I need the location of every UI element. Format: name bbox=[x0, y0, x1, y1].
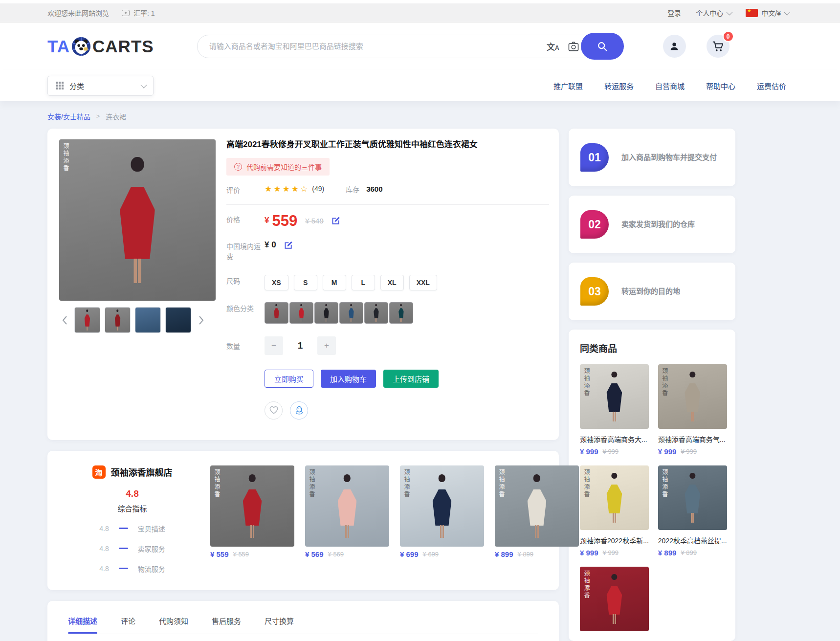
favorite-button[interactable] bbox=[265, 401, 283, 420]
similar-product-card[interactable]: 颈袖添香 bbox=[580, 567, 649, 631]
edit-icon bbox=[283, 240, 293, 250]
account-menu[interactable]: 个人中心 bbox=[696, 8, 731, 18]
metric-value: 4.8 bbox=[99, 545, 109, 553]
shop-product-card[interactable]: 颈袖添香 ¥ 899 ¥ 899 bbox=[495, 465, 579, 574]
edit-price-button[interactable] bbox=[331, 216, 341, 226]
similar-product-card[interactable]: 颈袖添香 颈袖添香2022秋季新... ¥ 999 ¥ 999 bbox=[580, 465, 649, 557]
color-swatch[interactable] bbox=[364, 302, 388, 324]
shop-name[interactable]: 颈袖添香旗舰店 bbox=[111, 465, 173, 478]
shop-product-card[interactable]: 颈袖添香 ¥ 559 ¥ 559 bbox=[210, 465, 294, 574]
nav-link-forwarding[interactable]: 转运服务 bbox=[604, 81, 634, 91]
nav-link-affiliate[interactable]: 推广联盟 bbox=[553, 81, 583, 91]
upload-to-shop-button[interactable]: 上传到店铺 bbox=[383, 370, 439, 388]
price-label: 价格 bbox=[226, 213, 265, 225]
category-dropdown[interactable]: 分类 bbox=[47, 76, 154, 96]
heart-icon bbox=[269, 406, 278, 414]
quantity-increase-button[interactable]: + bbox=[317, 336, 336, 355]
brand-watermark: 颈袖添香 bbox=[583, 368, 589, 397]
search-bar: 文A bbox=[197, 33, 624, 60]
tab-size-conversion[interactable]: 尺寸换算 bbox=[265, 616, 294, 634]
shop-metric-row: 4.8 宝贝描述 bbox=[60, 524, 204, 533]
how-it-works-step-2: 02 卖家发货到我们的仓库 bbox=[569, 196, 735, 253]
size-option-s[interactable]: S bbox=[294, 275, 317, 290]
metric-dash bbox=[119, 548, 128, 549]
color-swatch[interactable] bbox=[339, 302, 363, 324]
language-currency-selector[interactable]: 中文/¥ bbox=[746, 8, 789, 18]
user-account-button[interactable] bbox=[663, 35, 686, 58]
size-option-xl[interactable]: XL bbox=[380, 275, 404, 290]
nav-link-self-mall[interactable]: 自营商城 bbox=[655, 81, 685, 91]
step-text: 转运到你的目的地 bbox=[621, 286, 680, 297]
similar-product-image: 颈袖添香 bbox=[658, 465, 727, 530]
chevron-down-icon bbox=[727, 9, 733, 15]
gallery-next-button[interactable] bbox=[196, 312, 206, 329]
gallery-thumbnail[interactable] bbox=[105, 307, 131, 333]
purchase-notice-banner[interactable]: ? 代购前需要知道的三件事 bbox=[226, 158, 330, 176]
camera-search-icon[interactable] bbox=[568, 42, 579, 51]
cart-button[interactable]: 0 bbox=[707, 35, 729, 58]
buy-now-button[interactable]: 立即购买 bbox=[265, 370, 313, 388]
color-swatch[interactable] bbox=[314, 302, 338, 324]
similar-product-card[interactable]: 颈袖添香 颈袖添香高端商务气... ¥ 999 ¥ 999 bbox=[658, 364, 727, 456]
similar-product-price: ¥ 899 bbox=[658, 549, 677, 557]
main-header: TA CARTS 文A bbox=[0, 22, 840, 70]
stock-value: 3600 bbox=[366, 185, 382, 193]
size-option-xs[interactable]: XS bbox=[265, 275, 288, 290]
similar-product-card[interactable]: 颈袖添香 颈袖添香高端商务大... ¥ 999 ¥ 999 bbox=[580, 364, 649, 456]
similar-products-card: 同类商品 颈袖添香 颈袖添香高端商务大... ¥ 999 ¥ 999 颈袖添香 bbox=[569, 330, 735, 641]
similar-product-old-price: ¥ 999 bbox=[681, 448, 697, 455]
brand-watermark: 颈袖添香 bbox=[403, 469, 409, 498]
similar-products-title: 同类商品 bbox=[580, 341, 724, 354]
logo-text-left: TA bbox=[47, 37, 70, 56]
shop-product-card[interactable]: 颈袖添香 ¥ 699 ¥ 699 bbox=[400, 465, 484, 574]
step-number-badge: 01 bbox=[580, 143, 609, 172]
nav-link-shipping-estimate[interactable]: 运费估价 bbox=[757, 81, 786, 91]
similar-product-image: 颈袖添香 bbox=[658, 364, 727, 429]
price-value: 559 bbox=[272, 213, 297, 228]
similar-product-price: ¥ 999 bbox=[658, 447, 677, 456]
logo-text-right: CARTS bbox=[92, 37, 154, 56]
search-button[interactable] bbox=[581, 33, 624, 60]
color-swatch[interactable] bbox=[265, 302, 288, 324]
site-logo[interactable]: TA CARTS bbox=[47, 36, 154, 57]
nav-links: 推广联盟 转运服务 自营商城 帮助中心 运费估价 bbox=[553, 81, 786, 91]
gallery-thumbnail-fabric[interactable] bbox=[135, 307, 161, 333]
step-number-badge: 02 bbox=[580, 210, 609, 239]
brand-watermark: 颈袖添香 bbox=[662, 368, 667, 397]
product-main-image[interactable]: 颈袖添香 bbox=[59, 139, 216, 301]
tab-purchase-notes[interactable]: 代购须知 bbox=[159, 616, 188, 634]
edit-shipping-button[interactable] bbox=[283, 240, 293, 250]
color-swatch[interactable] bbox=[389, 302, 413, 324]
similar-product-name: 颈袖添香2022秋季新... bbox=[580, 535, 649, 545]
breadcrumb-parent[interactable]: 女装/女士精品 bbox=[47, 111, 90, 121]
shop-item-old-price: ¥ 699 bbox=[423, 551, 439, 558]
gallery-thumbnail[interactable] bbox=[74, 307, 100, 333]
add-to-cart-button[interactable]: 加入购物车 bbox=[321, 370, 376, 388]
gallery-thumbnail-fabric[interactable] bbox=[165, 307, 191, 333]
model-illustration bbox=[111, 157, 164, 286]
quantity-value: 1 bbox=[283, 340, 317, 351]
tab-after-sales[interactable]: 售后服务 bbox=[212, 616, 241, 634]
size-option-l[interactable]: L bbox=[352, 275, 375, 290]
product-detail-card: 颈袖添香 bbox=[47, 129, 559, 440]
size-option-m[interactable]: M bbox=[323, 275, 346, 290]
gallery-prev-button[interactable] bbox=[59, 312, 70, 329]
similar-product-card[interactable]: 颈袖添香 2022秋季高档蕾丝提... ¥ 899 ¥ 899 bbox=[658, 465, 727, 557]
tab-detail-description[interactable]: 详细描述 bbox=[68, 616, 97, 634]
translate-icon[interactable]: 文A bbox=[547, 40, 559, 52]
nav-link-help-center[interactable]: 帮助中心 bbox=[706, 81, 735, 91]
purchase-notice-text: 代购前需要知道的三件事 bbox=[246, 162, 322, 172]
brand-watermark: 颈袖添香 bbox=[214, 469, 220, 498]
login-link[interactable]: 登录 bbox=[667, 8, 681, 18]
color-swatch[interactable] bbox=[289, 302, 313, 324]
qq-contact-button[interactable] bbox=[290, 401, 308, 420]
color-label: 颜色分类 bbox=[226, 302, 265, 314]
shop-product-card[interactable]: 颈袖添香 ¥ 569 ¥ 569 bbox=[305, 465, 389, 574]
size-option-xxl[interactable]: XXL bbox=[409, 275, 437, 290]
tab-reviews[interactable]: 评论 bbox=[121, 616, 135, 634]
similar-product-old-price: ¥ 999 bbox=[603, 448, 619, 455]
top-utility-bar: 欢迎您来此网站浏览 汇率: 1 登录 个人中心 中文/¥ bbox=[0, 0, 840, 22]
brand-watermark: 颈袖添香 bbox=[583, 570, 589, 599]
quantity-decrease-button[interactable]: − bbox=[265, 336, 283, 355]
shop-item-price: ¥ 559 bbox=[210, 550, 229, 558]
